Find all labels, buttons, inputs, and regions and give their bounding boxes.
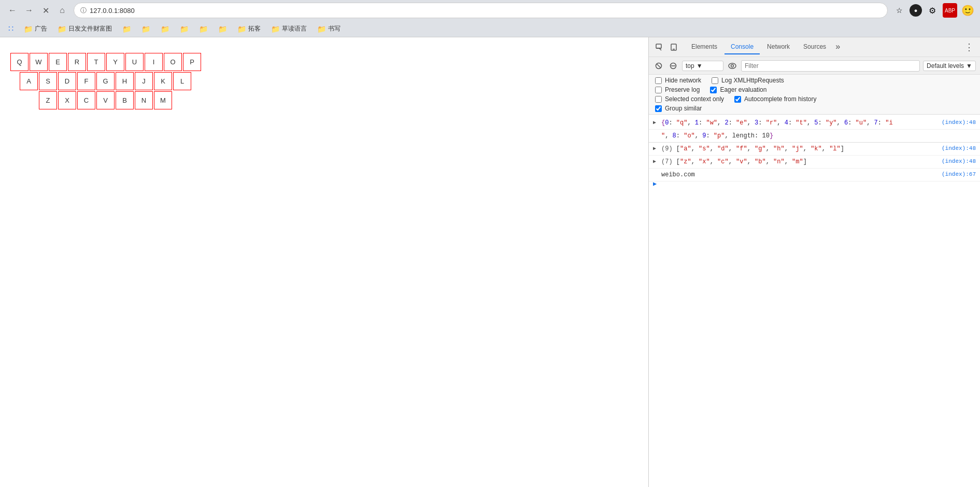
svg-rect-4 bbox=[673, 49, 675, 50]
key-a[interactable]: A bbox=[20, 72, 38, 90]
option-selected-context[interactable]: Selected context only bbox=[655, 95, 724, 103]
key-k[interactable]: K bbox=[154, 72, 172, 90]
eager-eval-checkbox[interactable] bbox=[710, 87, 717, 93]
context-selector[interactable]: top ▼ bbox=[682, 61, 723, 71]
console-prompt[interactable]: ▶ bbox=[649, 182, 980, 186]
extension-icon-3[interactable]: ABP bbox=[943, 3, 957, 18]
block-icon[interactable] bbox=[667, 60, 679, 72]
log-xhr-checkbox[interactable] bbox=[712, 77, 718, 84]
extension-icon-1[interactable]: ● bbox=[910, 4, 922, 17]
bookmark-caoduyuyan[interactable]: 📁 草读语言 bbox=[267, 23, 311, 34]
key-r[interactable]: R bbox=[68, 53, 86, 71]
levels-label: Default levels bbox=[927, 62, 964, 69]
autocomplete-history-checkbox[interactable] bbox=[734, 96, 741, 103]
option-log-xhr[interactable]: Log XMLHttpRequests bbox=[712, 77, 784, 84]
key-u[interactable]: U bbox=[125, 53, 144, 71]
svg-rect-0 bbox=[656, 44, 661, 48]
option-hide-network[interactable]: Hide network bbox=[655, 77, 701, 84]
key-b[interactable]: B bbox=[116, 91, 134, 109]
address-bar[interactable]: ⓘ 127.0.0.1:8080 bbox=[74, 3, 888, 18]
bookmark-5[interactable]: 📁 bbox=[157, 24, 174, 34]
bookmark-3[interactable]: 📁 bbox=[118, 24, 135, 34]
bookmark-label: 拓客 bbox=[248, 24, 261, 33]
user-avatar[interactable]: 🙂 bbox=[960, 3, 975, 18]
expand-arrow-icon-1[interactable]: ▶ bbox=[653, 119, 656, 127]
expand-arrow-icon-3[interactable]: ▶ bbox=[653, 158, 656, 165]
bookmark-guanggao[interactable]: 📁 广告 bbox=[20, 23, 51, 34]
console-source-3[interactable]: (index):48 bbox=[938, 157, 976, 166]
key-m[interactable]: M bbox=[154, 91, 172, 109]
console-text-1b: ", 8: "o", 9: "p", length: 10} bbox=[661, 131, 976, 141]
key-e[interactable]: E bbox=[49, 53, 67, 71]
levels-selector[interactable]: Default levels ▼ bbox=[923, 61, 976, 71]
tab-sources[interactable]: Sources bbox=[797, 40, 832, 54]
key-s[interactable]: S bbox=[39, 72, 57, 90]
key-d[interactable]: D bbox=[58, 72, 76, 90]
console-source-2[interactable]: (index):48 bbox=[938, 144, 976, 153]
tab-network[interactable]: Network bbox=[761, 40, 796, 54]
eye-icon[interactable] bbox=[727, 60, 738, 72]
console-source-4[interactable]: (index):67 bbox=[938, 170, 976, 179]
bookmark-tuoke[interactable]: 📁 拓客 bbox=[233, 23, 265, 34]
bookmark-label: 草读语言 bbox=[282, 24, 307, 33]
key-h[interactable]: H bbox=[116, 72, 134, 90]
expand-arrow-icon-2[interactable]: ▶ bbox=[653, 145, 656, 152]
key-l[interactable]: L bbox=[173, 72, 191, 90]
context-label: top bbox=[686, 62, 694, 69]
device-toolbar-icon[interactable] bbox=[667, 41, 680, 53]
key-n[interactable]: N bbox=[135, 91, 153, 109]
tab-elements[interactable]: Elements bbox=[685, 40, 723, 54]
option-autocomplete-history[interactable]: Autocomplete from history bbox=[734, 95, 816, 103]
bookmark-6[interactable]: 📁 bbox=[176, 24, 193, 34]
key-w[interactable]: W bbox=[30, 53, 48, 71]
option-preserve-log[interactable]: Preserve log bbox=[655, 86, 700, 93]
preserve-log-checkbox[interactable] bbox=[655, 87, 662, 93]
apps-icon[interactable]: ∷ bbox=[4, 23, 18, 35]
key-y[interactable]: Y bbox=[106, 53, 124, 71]
home-button[interactable]: ⌂ bbox=[55, 3, 69, 18]
hide-network-checkbox[interactable] bbox=[655, 77, 662, 84]
devtools-left-icons bbox=[653, 41, 680, 53]
svg-point-9 bbox=[729, 63, 736, 68]
group-similar-checkbox[interactable] bbox=[655, 105, 662, 112]
svg-line-6 bbox=[657, 64, 661, 67]
folder-icon: 📁 bbox=[317, 25, 326, 33]
console-source-1[interactable]: (index):48 bbox=[938, 118, 976, 127]
key-v[interactable]: V bbox=[96, 91, 115, 109]
options-row-4: Group similar bbox=[655, 105, 974, 112]
key-f[interactable]: F bbox=[77, 72, 95, 90]
key-z[interactable]: Z bbox=[39, 91, 57, 109]
bookmark-7[interactable]: 📁 bbox=[195, 24, 212, 34]
key-g[interactable]: G bbox=[96, 72, 115, 90]
console-output: ▶ {0: "q", 1: "w", 2: "e", 3: "r", 4: "t… bbox=[649, 115, 980, 487]
inspect-element-icon[interactable] bbox=[653, 41, 665, 53]
key-j[interactable]: J bbox=[135, 72, 153, 90]
folder-icon: 📁 bbox=[218, 25, 227, 33]
clear-console-icon[interactable] bbox=[653, 60, 664, 72]
back-button[interactable]: ← bbox=[5, 3, 20, 18]
bookmark-rifahuicai[interactable]: 📁 日发文件财富图 bbox=[53, 23, 116, 34]
tab-console[interactable]: Console bbox=[725, 40, 760, 54]
filter-input[interactable] bbox=[741, 60, 920, 72]
console-entry-1: ▶ {0: "q", 1: "w", 2: "e", 3: "r", 4: "t… bbox=[649, 117, 980, 130]
more-tabs-icon[interactable]: » bbox=[833, 40, 843, 54]
key-p[interactable]: P bbox=[183, 53, 201, 71]
main-area: Q W E R T Y U I O P A S D F G H J K bbox=[0, 37, 980, 487]
key-c[interactable]: C bbox=[77, 91, 95, 109]
bookmark-shuxie[interactable]: 📁 书写 bbox=[313, 23, 345, 34]
selected-context-checkbox[interactable] bbox=[655, 96, 662, 103]
extension-icon-2[interactable]: ⚙ bbox=[925, 3, 940, 18]
key-t[interactable]: T bbox=[87, 53, 105, 71]
option-group-similar[interactable]: Group similar bbox=[655, 105, 702, 112]
star-icon[interactable]: ☆ bbox=[892, 3, 906, 18]
key-q[interactable]: Q bbox=[10, 53, 29, 71]
option-eager-eval[interactable]: Eager evaluation bbox=[710, 86, 766, 93]
key-o[interactable]: O bbox=[164, 53, 182, 71]
forward-button[interactable]: → bbox=[22, 3, 36, 18]
key-i[interactable]: I bbox=[145, 53, 163, 71]
bookmark-4[interactable]: 📁 bbox=[137, 24, 154, 34]
bookmark-8[interactable]: 📁 bbox=[214, 24, 231, 34]
kebab-menu-icon[interactable]: ⋮ bbox=[962, 39, 976, 55]
key-x[interactable]: X bbox=[58, 91, 76, 109]
reload-button[interactable]: ✕ bbox=[38, 3, 53, 18]
